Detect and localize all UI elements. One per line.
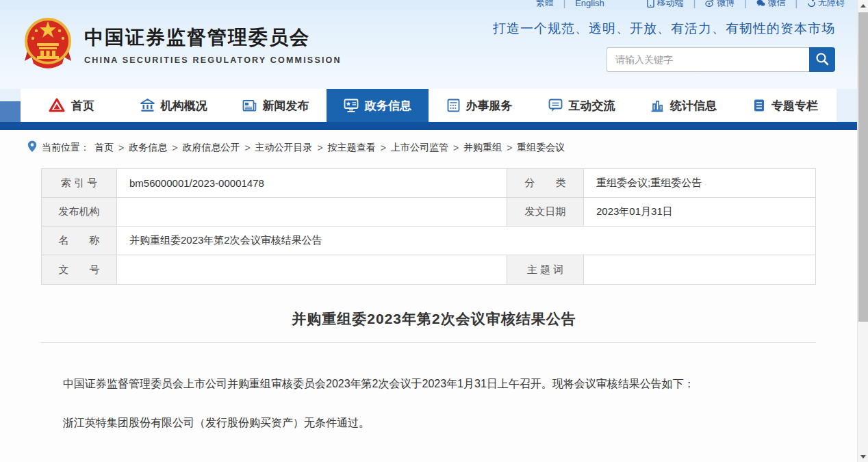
topbar-separator: | [795, 0, 797, 8]
category-label: 分 类 [507, 169, 584, 198]
search-button[interactable] [809, 47, 835, 72]
nav-item-services[interactable]: 办事服务 [429, 89, 531, 122]
keywords-value [584, 255, 815, 284]
article-title: 并购重组委2023年第2次会议审核结果公告 [0, 309, 868, 329]
nav-label-services: 办事服务 [466, 98, 513, 114]
breadcrumb-separator: > [172, 142, 177, 153]
document-number-value [117, 255, 507, 284]
nav-label-statistics: 统计信息 [670, 98, 717, 114]
nav-item-statistics[interactable]: 统计信息 [633, 89, 735, 122]
site-name-en: CHINA SECURITIES REGULATORY COMMISSION [84, 55, 342, 65]
site-logo[interactable]: 中国证券监督管理委员会 CHINA SECURITIES REGULATORY … [23, 16, 342, 73]
index-number-value: bm56000001/2023-00001478 [117, 169, 507, 198]
scroll-down-button[interactable] [858, 451, 868, 462]
breadcrumb-separator: > [453, 142, 459, 153]
publish-date-label: 发文日期 [507, 198, 584, 227]
english-link[interactable]: English [575, 0, 604, 8]
nav-left-decor [0, 101, 21, 122]
title-divider [41, 342, 816, 343]
chat-bubble-icon [548, 99, 563, 112]
bank-icon [140, 99, 155, 112]
site-header: 中国证券监督管理委员会 CHINA SECURITIES REGULATORY … [0, 9, 868, 89]
site-slogan: 打造一个规范、透明、开放、有活力、有韧性的资本市场 [452, 20, 835, 38]
service-list-icon [447, 99, 460, 112]
document-name-label: 名 称 [42, 227, 117, 255]
scroll-up-button[interactable] [858, 0, 868, 11]
mobile-site-link[interactable]: 移动端 [647, 0, 684, 9]
nav-item-about[interactable]: 机构概况 [123, 89, 225, 122]
document-number-label: 文 号 [42, 255, 117, 284]
nav-label-special-topics: 专题专栏 [771, 98, 818, 114]
publish-date-value: 2023年01月31日 [584, 198, 815, 227]
index-number-label: 索 引 号 [42, 169, 117, 198]
breadcrumb: 当前位置： 首页 > 政务信息 > 政府信息公开 > 主动公开目录 > 按主题查… [0, 130, 868, 155]
wechat-icon [756, 0, 765, 7]
nav-item-news[interactable]: 新闻发布 [225, 89, 327, 122]
breadcrumb-home[interactable]: 首页 [94, 142, 114, 154]
nav-item-home[interactable]: 首页 [21, 89, 123, 122]
breadcrumb-separator: > [118, 142, 124, 153]
monitor-icon [344, 99, 359, 112]
keywords-label: 主 题 词 [507, 255, 584, 284]
breadcrumb-government-info[interactable]: 政务信息 [129, 142, 167, 154]
wechat-link[interactable]: 微信 [756, 0, 786, 9]
search-bar [607, 47, 835, 72]
nav-label-news: 新闻发布 [263, 98, 309, 114]
accessibility-link[interactable]: 无障碍 [807, 0, 845, 9]
nav-label-home: 首页 [71, 98, 94, 114]
document-name-value: 并购重组委2023年第2次会议审核结果公告 [117, 227, 815, 255]
breadcrumb-ma[interactable]: 并购重组 [463, 142, 502, 154]
breadcrumb-active-catalog[interactable]: 主动公开目录 [255, 142, 313, 154]
national-emblem-icon [23, 16, 73, 73]
article-paragraph: 浙江英特集团股份有限公司（发行股份购买资产）无条件通过。 [41, 413, 816, 432]
breadcrumb-listed-company[interactable]: 上市公司监管 [391, 142, 448, 154]
breadcrumb-info-disclosure[interactable]: 政府信息公开 [182, 142, 240, 154]
search-icon [815, 52, 829, 68]
breadcrumb-committee-meeting[interactable]: 重组委会议 [517, 142, 565, 154]
accessibility-icon [807, 0, 815, 7]
traditional-chinese-link[interactable]: 繁體 [536, 0, 554, 9]
document-info-table: 索 引 号 bm56000001/2023-00001478 分 类 重组委会议… [41, 168, 816, 285]
publisher-value [117, 198, 507, 227]
nav-label-government-info: 政务信息 [365, 98, 411, 114]
breadcrumb-prefix: 当前位置： [42, 142, 90, 154]
breadcrumb-separator: > [507, 142, 512, 153]
breadcrumb-by-topic[interactable]: 按主题查看 [328, 142, 376, 154]
vertical-scrollbar[interactable] [857, 0, 868, 462]
topbar-separator: | [563, 0, 565, 8]
nav-item-interaction[interactable]: 互动交流 [531, 89, 633, 122]
publisher-label: 发布机构 [42, 198, 117, 227]
mobile-phone-icon [647, 0, 654, 8]
topbar-separator: | [744, 0, 746, 8]
wechat-label: 微信 [768, 0, 786, 9]
bar-chart-icon [650, 99, 664, 112]
topbar-separator: | [693, 0, 695, 8]
site-name-zh: 中国证券监督管理委员会 [84, 25, 342, 51]
main-navigation: 首页 机构概况 新闻发布 政务信息 办事服务 [0, 89, 868, 122]
csrc-logo-icon [49, 98, 65, 113]
location-pin-icon [27, 140, 37, 155]
nav-item-special-topics[interactable]: 专题专栏 [735, 89, 837, 122]
nav-label-about: 机构概况 [161, 98, 207, 114]
nav-bottom-strip [0, 122, 868, 130]
weibo-icon [705, 0, 714, 7]
nav-item-government-info[interactable]: 政务信息 [327, 89, 429, 122]
scrollbar-thumb[interactable] [858, 12, 868, 322]
weibo-link[interactable]: 微博 [705, 0, 735, 9]
breadcrumb-separator: > [244, 142, 250, 153]
article-paragraph: 中国证券监督管理委员会上市公司并购重组审核委员会2023年第2次会议于2023年… [41, 374, 816, 393]
page-content: 当前位置： 首页 > 政务信息 > 政府信息公开 > 主动公开目录 > 按主题查… [0, 130, 868, 462]
search-input[interactable] [607, 47, 809, 72]
newspaper-icon [242, 99, 257, 112]
mobile-site-label: 移动端 [657, 0, 684, 9]
weibo-label: 微博 [717, 0, 735, 9]
category-value: 重组委会议;重组委公告 [584, 169, 815, 198]
document-icon [753, 99, 765, 112]
top-utility-bar: 繁體 | English 移动端 | 微博 | 微信 | [0, 0, 868, 9]
breadcrumb-separator: > [318, 142, 323, 153]
nav-label-interaction: 互动交流 [569, 98, 615, 114]
accessibility-label: 无障碍 [818, 0, 845, 9]
breadcrumb-separator: > [381, 142, 386, 153]
